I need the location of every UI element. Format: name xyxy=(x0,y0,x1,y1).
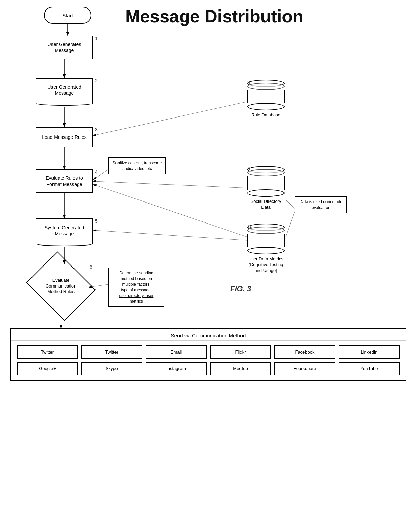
comm-item-meetup: Meetup xyxy=(210,362,271,375)
svg-line-10 xyxy=(94,230,247,240)
comm-item-linkedin: LinkedIn xyxy=(339,345,400,359)
step1-num: 1 xyxy=(95,36,98,41)
step2-num: 2 xyxy=(95,78,98,83)
svg-line-14 xyxy=(286,212,295,237)
fig-label: FIG. 3 xyxy=(230,284,251,293)
step4-num: 4 xyxy=(95,169,98,175)
step4-box: Evaluate Rules toFormat Message xyxy=(36,169,93,193)
page-title: Message Distribution xyxy=(125,6,303,26)
sanitize-annotation: Sanitize content, transcode audio/ video… xyxy=(108,157,166,174)
step10-cylinder: User Data Metrics(Cognitive Testingand U… xyxy=(247,224,285,274)
comm-item-skype: Skype xyxy=(81,362,142,375)
svg-line-13 xyxy=(286,200,295,208)
comm-box-title: Send via Communication Method xyxy=(11,329,406,341)
step10-num: 10 xyxy=(247,224,253,229)
svg-line-9 xyxy=(94,185,247,237)
step6-num: 6 xyxy=(90,264,92,270)
determine-annotation: Determine sendingmethod based onmultiple… xyxy=(108,268,164,307)
step9-cylinder: Social DirectoryData xyxy=(247,166,285,210)
comm-item-foursquare: Foursquare xyxy=(274,362,335,375)
step1-box: User GeneratesMessage xyxy=(36,36,93,59)
comm-item-email: Email xyxy=(146,345,207,359)
comm-item-youtube: YouTube xyxy=(339,362,400,375)
step8-num: 8 xyxy=(247,80,250,85)
comm-method-box: Send via Communication Method Twitter Tw… xyxy=(10,328,406,381)
comm-item-twitter1: Twitter xyxy=(17,345,78,359)
step5-box: System GeneratedMessage xyxy=(36,218,93,242)
comm-grid: Twitter Twitter Email Flickr Facebook Li… xyxy=(11,341,406,380)
step3-box: Load Message Rules xyxy=(36,127,93,147)
comm-item-instagram: Instagram xyxy=(146,362,207,375)
step2-box: User GeneratedMessage xyxy=(36,78,93,102)
step8-cylinder: Rule Database xyxy=(247,80,285,118)
comm-item-facebook: Facebook xyxy=(274,345,335,359)
comm-item-googleplus: Google+ xyxy=(17,362,78,375)
step6-diamond: EvaluateCommunicationMethod Rules xyxy=(34,264,88,308)
step9-num: 9 xyxy=(247,166,250,171)
start-shape: Start xyxy=(44,7,91,24)
data-used-annotation: Data is used during rule evaluation xyxy=(295,196,347,213)
svg-line-7 xyxy=(94,102,247,135)
comm-item-flickr: Flickr xyxy=(210,345,271,359)
svg-line-8 xyxy=(94,181,247,188)
comm-item-twitter2: Twitter xyxy=(81,345,142,359)
step5-num: 5 xyxy=(95,218,98,224)
step3-num: 3 xyxy=(95,127,98,132)
